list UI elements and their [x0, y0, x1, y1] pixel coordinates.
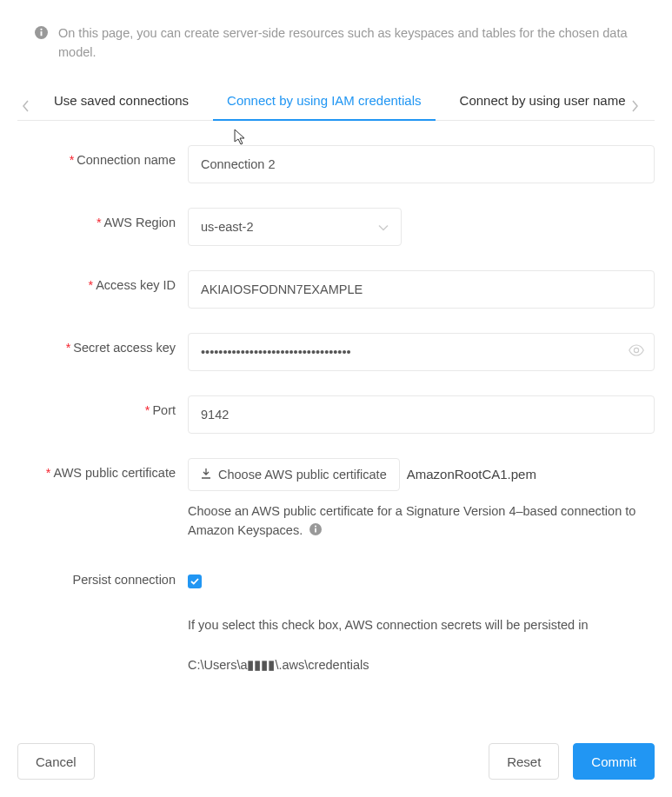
tabs-next-chevron[interactable] — [626, 100, 643, 112]
tab-iam-credentials[interactable]: Connect by using IAM credentials — [208, 93, 440, 120]
tab-username[interactable]: Connect by using user name — [441, 93, 626, 120]
label-secret-access-key: *Secret access key — [17, 333, 188, 355]
connection-name-input[interactable]: Connection 2 — [188, 145, 655, 183]
aws-region-select[interactable]: us-east-2 — [188, 208, 402, 246]
row-connection-name: *Connection name Connection 2 — [17, 145, 655, 183]
required-marker: * — [46, 466, 51, 480]
row-certificate: *AWS public certificate Choose AWS publi… — [17, 458, 655, 541]
row-access-key-id: *Access key ID AKIAIOSFODNN7EXAMPLE — [17, 270, 655, 309]
eye-icon[interactable] — [629, 344, 644, 360]
persist-checkbox[interactable] — [188, 575, 202, 588]
required-marker: * — [88, 278, 93, 292]
tab-label: Connect by using user name — [460, 93, 626, 108]
svg-point-6 — [315, 525, 316, 527]
svg-rect-1 — [41, 31, 43, 36]
persist-path: C:\Users\a▮▮▮▮\.aws\credentials — [188, 658, 655, 672]
required-marker: * — [145, 403, 150, 417]
row-port: *Port 9142 — [17, 395, 655, 434]
footer-right: Reset Commit — [489, 743, 655, 780]
required-marker: * — [70, 153, 75, 167]
label-aws-region: *AWS Region — [17, 208, 188, 229]
secret-access-key-input[interactable]: •••••••••••••••••••••••••••••••••• — [188, 333, 655, 371]
label-persist: Persist connection — [17, 565, 188, 587]
port-input[interactable]: 9142 — [188, 395, 655, 434]
info-icon — [35, 26, 48, 45]
required-marker: * — [96, 216, 102, 229]
tabs: Use saved connections Connect by using I… — [17, 93, 655, 121]
svg-point-2 — [40, 29, 42, 30]
certificate-line: Choose AWS public certificate AmazonRoot… — [188, 458, 655, 491]
required-marker: * — [66, 341, 71, 355]
dialog-footer: Cancel Reset Commit — [17, 743, 655, 780]
info-banner: On this page, you can create server-side… — [0, 0, 672, 71]
chevron-down-icon — [378, 220, 389, 234]
row-aws-region: *AWS Region us-east-2 — [17, 208, 655, 246]
tabs-prev-chevron[interactable] — [17, 100, 35, 112]
choose-certificate-button[interactable]: Choose AWS public certificate — [188, 458, 400, 491]
row-persist: Persist connection If you select this ch… — [17, 565, 655, 672]
cancel-button[interactable]: Cancel — [17, 743, 95, 780]
certificate-help-text: Choose an AWS public certificate for a S… — [188, 501, 655, 541]
info-icon[interactable] — [309, 521, 322, 541]
tab-label: Use saved connections — [54, 93, 189, 108]
label-certificate: *AWS public certificate — [17, 458, 188, 480]
info-banner-text: On this page, you can create server-side… — [58, 24, 646, 63]
svg-point-3 — [634, 348, 638, 352]
reset-button[interactable]: Reset — [489, 743, 559, 780]
download-icon — [201, 468, 211, 482]
label-access-key-id: *Access key ID — [17, 270, 188, 292]
svg-rect-5 — [315, 528, 316, 533]
certificate-filename: AmazonRootCA1.pem — [407, 467, 536, 482]
connection-form: *Connection name Connection 2 *AWS Regio… — [0, 121, 672, 673]
row-secret-access-key: *Secret access key •••••••••••••••••••••… — [17, 333, 655, 371]
tab-saved-connections[interactable]: Use saved connections — [35, 93, 208, 120]
persist-help-text: If you select this check box, AWS connec… — [188, 618, 655, 632]
commit-button[interactable]: Commit — [573, 743, 655, 780]
label-connection-name: *Connection name — [17, 145, 188, 167]
access-key-id-input[interactable]: AKIAIOSFODNN7EXAMPLE — [188, 270, 655, 309]
tab-label: Connect by using IAM credentials — [227, 93, 421, 108]
label-port: *Port — [17, 395, 188, 417]
